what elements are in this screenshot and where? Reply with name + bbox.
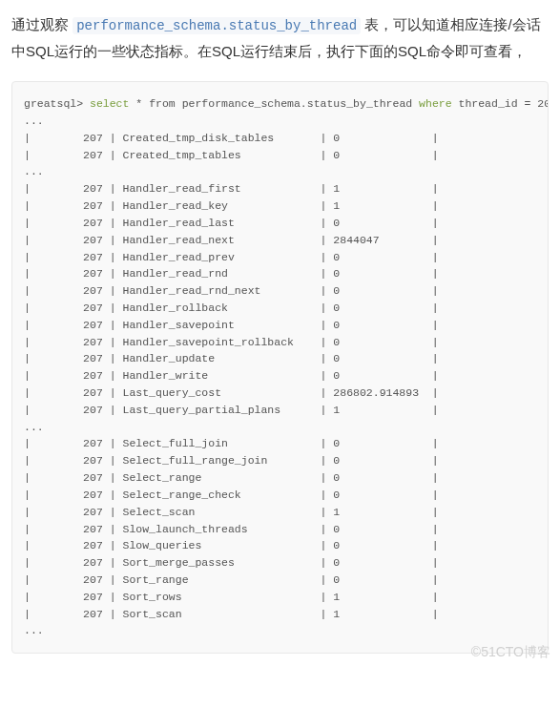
inline-code-table: performance_schema.status_by_thread [73,17,361,34]
intro-text-1: 通过观察 [11,16,73,32]
sql-code-block: greatsql> select * from performance_sche… [11,81,549,654]
sql-result-rows: ... | 207 | Created_tmp_disk_tables | 0 … [24,114,439,636]
sql-mid: * from performance_schema.status_by_thre… [129,97,419,110]
sql-keyword-select: select [90,97,129,110]
sql-prompt: greatsql> [24,97,90,110]
intro-paragraph: 通过观察 performance_schema.status_by_thread… [11,11,549,64]
sql-tail: thread_id = 207; [452,97,549,110]
sql-keyword-where: where [419,97,452,110]
